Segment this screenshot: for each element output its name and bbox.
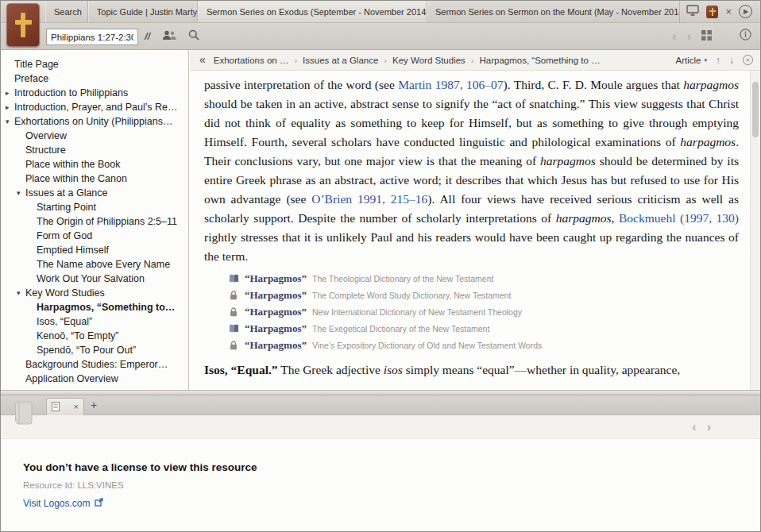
visit-logos-link[interactable]: Visit Logos.com bbox=[23, 498, 103, 509]
titlebar: SearchTopic Guide | Justin MartyrSermon … bbox=[1, 1, 760, 23]
resource-pages-icon bbox=[52, 400, 60, 414]
expand-triangle-icon[interactable]: ▸ bbox=[6, 103, 14, 111]
desktop-monitor-icon[interactable] bbox=[686, 5, 699, 19]
new-tab-icon[interactable]: + bbox=[91, 399, 97, 411]
toc-item[interactable]: Preface bbox=[1, 71, 188, 86]
toc-item[interactable]: ▸Introduction, Prayer, and Paul’s Re… bbox=[1, 100, 188, 114]
app-logo-icon[interactable] bbox=[6, 3, 40, 47]
play-icon[interactable]: ▶ bbox=[739, 5, 752, 18]
parallel-resources-icon[interactable]: // bbox=[145, 30, 150, 42]
toc-item[interactable]: The Origin of Philippians 2:5–11 bbox=[1, 214, 188, 229]
toc-item[interactable]: Structure bbox=[1, 143, 188, 157]
text-segment: rightly stresses that it is unlikely Pau… bbox=[204, 230, 739, 263]
info-icon[interactable] bbox=[740, 29, 751, 44]
community-icon[interactable] bbox=[162, 29, 176, 44]
back-icon[interactable]: ‹ bbox=[692, 421, 696, 434]
toc-item-label: Structure bbox=[25, 145, 66, 156]
dictionary-entry[interactable]: “Harpagmos”The Theological Dictionary of… bbox=[228, 270, 739, 287]
dictionary-source-title: The Exegetical Dictionary of the New Tes… bbox=[312, 324, 489, 333]
breadcrumb-item[interactable]: Harpagmos, “Something to … bbox=[480, 56, 601, 65]
shortcut-tab[interactable]: Sermon Series on Sermon on the Mount (Ma… bbox=[427, 1, 680, 22]
scrollbar-thumb[interactable] bbox=[752, 82, 759, 137]
citation-link[interactable]: Bockmuehl (1997, 130) bbox=[619, 211, 739, 225]
dictionary-entry[interactable]: “Harpagmos”Vine’s Expository Dictionary … bbox=[228, 337, 739, 353]
close-icon[interactable]: × bbox=[725, 6, 732, 17]
toc-item-label: Harpagmos, “Something to… bbox=[37, 302, 175, 313]
dictionary-term-link[interactable]: “Harpagmos” bbox=[245, 289, 307, 302]
toc-item-label: Preface bbox=[14, 73, 48, 84]
document-tab-icon[interactable] bbox=[706, 6, 718, 18]
toc-item-label: Introduction to Philippians bbox=[14, 87, 128, 98]
toc-item[interactable]: Application Overview bbox=[1, 372, 188, 386]
toc-item[interactable]: Title Page bbox=[1, 57, 188, 71]
collapse-triangle-icon[interactable]: ▾ bbox=[17, 289, 25, 297]
toc-item[interactable]: Harpagmos, “Something to… bbox=[1, 300, 188, 314]
citation-link[interactable]: Martin 1987, 106–07 bbox=[398, 78, 503, 91]
shortcut-tab[interactable]: Sermon Series on Exodus (September - Nov… bbox=[198, 1, 427, 22]
article-body: passive interpretation of the word (see … bbox=[190, 71, 750, 390]
toolbar-icons: // bbox=[145, 23, 199, 49]
toc-item-label: Starting Point bbox=[37, 202, 96, 213]
collapse-triangle-icon[interactable]: ▾ bbox=[6, 118, 14, 125]
dictionary-term-link[interactable]: “Harpagmos” bbox=[245, 339, 307, 352]
breadcrumb-item[interactable]: Issues at a Glance bbox=[303, 56, 378, 65]
vertical-scrollbar[interactable] bbox=[750, 71, 760, 390]
article-controls: Article ▾ ↑ ↓ ✕ bbox=[676, 55, 753, 66]
reference-input[interactable] bbox=[46, 29, 138, 45]
dictionary-term-link[interactable]: “Harpagmos” bbox=[245, 272, 307, 285]
toc-list: Title PagePreface▸Introduction to Philip… bbox=[1, 57, 188, 386]
toc-item[interactable]: ▾Issues at a Glance bbox=[1, 186, 188, 200]
breadcrumb-item[interactable]: Exhortations on … bbox=[214, 56, 289, 65]
resource-tab[interactable]: × bbox=[46, 398, 84, 415]
toc-item[interactable]: Isos, “Equal” bbox=[1, 314, 188, 329]
view-mode-dropdown[interactable]: Article ▾ bbox=[676, 56, 707, 65]
dictionary-entry[interactable]: “Harpagmos”New International Dictionary … bbox=[228, 303, 739, 320]
toc-item[interactable]: Place within the Book bbox=[1, 157, 188, 172]
collapse-triangle-icon[interactable]: ▾ bbox=[17, 189, 25, 197]
forward-icon[interactable]: › bbox=[707, 421, 711, 434]
forward-icon[interactable]: › bbox=[687, 30, 691, 43]
toc-item[interactable]: Form of God bbox=[1, 229, 188, 243]
toc-item[interactable]: Spendō, “To Pour Out” bbox=[1, 343, 188, 357]
toc-item[interactable]: ▸Introduction to Philippians bbox=[1, 86, 188, 100]
toolbar: // ‹ › bbox=[1, 23, 760, 50]
toc-item-label: Background Studies: Emperor… bbox=[25, 359, 168, 370]
toc-item[interactable]: Overview bbox=[1, 129, 188, 143]
toc-item[interactable]: Emptied Himself bbox=[1, 243, 188, 257]
toolbar-right-icons: ‹ › bbox=[672, 23, 751, 49]
toc-item[interactable]: Kenoō, “To Empty” bbox=[1, 329, 188, 343]
dictionary-entry[interactable]: “Harpagmos”The Complete Word Study Dicti… bbox=[228, 287, 739, 303]
breadcrumb-separator: › bbox=[384, 56, 387, 65]
text-segment: harpagmos bbox=[540, 154, 596, 168]
toc-item-label: Overview bbox=[25, 130, 67, 141]
dictionary-entry[interactable]: “Harpagmos”The Exegetical Dictionary of … bbox=[228, 320, 739, 337]
toc-item[interactable]: Place within the Canon bbox=[1, 172, 188, 186]
breadcrumb-item[interactable]: Key Word Studies bbox=[392, 56, 465, 65]
layouts-grid-icon[interactable] bbox=[701, 29, 712, 44]
dictionary-term-link[interactable]: “Harpagmos” bbox=[245, 306, 307, 318]
toc-item[interactable]: ▾Exhortations on Unity (Philippians… bbox=[1, 114, 188, 129]
shortcut-tab[interactable]: Search bbox=[45, 1, 88, 22]
back-icon[interactable]: ‹ bbox=[672, 30, 676, 43]
close-tab-icon[interactable]: × bbox=[74, 403, 79, 411]
expand-triangle-icon[interactable]: ▸ bbox=[6, 89, 14, 97]
toc-item[interactable]: Background Studies: Emperor… bbox=[1, 357, 188, 372]
search-icon[interactable] bbox=[188, 29, 199, 44]
toc-item[interactable]: ▾Key Word Studies bbox=[1, 286, 188, 300]
next-article-icon[interactable]: ↓ bbox=[729, 55, 734, 66]
toc-item[interactable]: The Name above Every Name bbox=[1, 257, 188, 272]
citation-link[interactable]: O’Brien 1991, 215–16 bbox=[311, 192, 427, 206]
toc-item-label: Work Out Your Salvation bbox=[37, 273, 145, 284]
close-article-icon[interactable]: ✕ bbox=[743, 55, 753, 65]
shortcut-tab[interactable]: Topic Guide | Justin Martyr bbox=[88, 1, 198, 22]
chevron-down-icon: ▾ bbox=[704, 57, 707, 64]
toc-item[interactable]: Starting Point bbox=[1, 200, 188, 214]
collapse-sidebar-icon[interactable]: « bbox=[199, 53, 206, 66]
toc-item[interactable]: Work Out Your Salvation bbox=[1, 272, 188, 286]
titlebar-right-icons: × ▶ bbox=[680, 1, 760, 22]
dictionary-source-title: New International Dictionary of New Test… bbox=[312, 307, 522, 317]
previous-article-icon[interactable]: ↑ bbox=[716, 55, 720, 66]
resource-panel: Title PagePreface▸Introduction to Philip… bbox=[1, 50, 760, 390]
dictionary-term-link[interactable]: “Harpagmos” bbox=[245, 322, 307, 335]
panel-splitter[interactable] bbox=[1, 390, 760, 395]
